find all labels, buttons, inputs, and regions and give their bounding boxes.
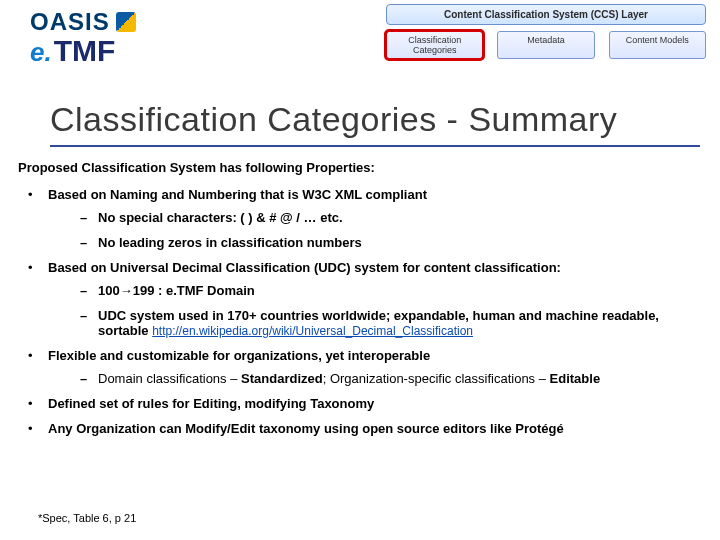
oasis-wordmark: OASIS [30,8,110,36]
oasis-logo: OASIS [30,8,136,36]
etmf-e: e. [30,37,52,68]
bullet-list: Based on Naming and Numbering that is W3… [18,187,702,436]
bullet-5: Any Organization can Modify/Edit taxonom… [18,421,702,436]
b3s1-d: Editable [550,371,601,386]
bullet-3: Flexible and customizable for organizati… [18,348,702,386]
intro-text: Proposed Classification System has follo… [18,160,702,175]
oasis-icon [116,12,136,32]
b3s1-b: Standardized [241,371,323,386]
bullet-1-sub-2: No leading zeros in classification numbe… [74,235,702,250]
bullet-2-sub-2: UDC system used in 170+ countries worldw… [74,308,702,338]
ccs-layer-row: Classification Categories Metadata Conte… [386,31,706,59]
bullet-3-sub-1: Domain classifications – Standardized; O… [74,371,702,386]
ccs-layer-title: Content Classification System (CCS) Laye… [386,4,706,25]
bullet-1: Based on Naming and Numbering that is W3… [18,187,702,250]
body: Proposed Classification System has follo… [18,160,702,446]
ccs-cell-metadata: Metadata [497,31,594,59]
udc-wikipedia-link[interactable]: http://en.wikipedia.org/wiki/Universal_D… [152,324,473,338]
bullet-2: Based on Universal Decimal Classificatio… [18,260,702,338]
bullet-3-text: Flexible and customizable for organizati… [48,348,430,363]
bullet-4: Defined set of rules for Editing, modify… [18,396,702,411]
ccs-cell-categories: Classification Categories [386,31,483,59]
etmf-logo: e. TMF [30,34,136,68]
page-title: Classification Categories - Summary [50,100,700,147]
bullet-2-text: Based on Universal Decimal Classificatio… [48,260,561,275]
b3s1-a: Domain classifications – [98,371,241,386]
footnote: *Spec, Table 6, p 21 [38,512,136,524]
bullet-1-text: Based on Naming and Numbering that is W3… [48,187,427,202]
bullet-2-sub-1: 100→199 : e.TMF Domain [74,283,702,298]
bullet-1-sub-1: No special characters: ( ) & # @ / … etc… [74,210,702,225]
slide: OASIS e. TMF Content Classification Syst… [0,0,720,540]
brand-block: OASIS e. TMF [30,8,136,68]
ccs-cell-models: Content Models [609,31,706,59]
b3s1-c: ; Organization-specific classifications … [323,371,550,386]
ccs-layer-diagram: Content Classification System (CCS) Laye… [386,4,706,59]
etmf-tmf: TMF [54,34,116,68]
